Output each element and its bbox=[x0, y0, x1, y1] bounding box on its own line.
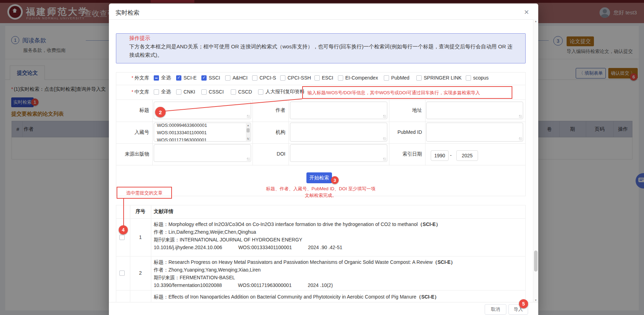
dialog-scrollbar[interactable]: ▲ ▼ bbox=[533, 19, 538, 302]
checkbox-icon bbox=[338, 75, 343, 81]
pubmed-textarea[interactable] bbox=[426, 123, 523, 142]
checkbox-icon bbox=[314, 75, 320, 81]
checkbox-checked-icon bbox=[201, 75, 207, 81]
cancel-button[interactable]: 取消 bbox=[485, 304, 506, 315]
form-hint-line2: 文献检索完成。 bbox=[116, 192, 526, 199]
date-to-input[interactable]: 2025 bbox=[456, 150, 478, 161]
checkbox-renda[interactable]: 人大报刊复印资料 bbox=[258, 89, 305, 95]
dialog-title: 实时检索 bbox=[116, 9, 139, 17]
checkbox-pubmed[interactable]: PubMed bbox=[384, 75, 409, 81]
result-row2-checkbox[interactable] bbox=[119, 271, 125, 276]
annotation-select-tip: 选中需提交的文章 bbox=[117, 187, 172, 199]
doi-label: DOI bbox=[252, 151, 285, 157]
tips-line2: 接成检索式)。 bbox=[129, 52, 162, 59]
dialog-footer-divider bbox=[109, 302, 538, 302]
scrollbar-thumb[interactable] bbox=[247, 128, 250, 132]
result-row1-checkbox[interactable] bbox=[119, 235, 125, 240]
result-row1-seq: 1 bbox=[130, 234, 151, 240]
title-label: 标题 bbox=[116, 107, 149, 114]
screen: 福建师范大学 FUJIAN NORMAL UNIVERSITY 查收查引 您好 … bbox=[0, 0, 644, 315]
checkbox-cssci[interactable]: CSSCI bbox=[201, 89, 224, 95]
checkbox-icon bbox=[384, 75, 389, 81]
results-table: 序号 文献详情 1 标题：Morphology effect of In2O3/… bbox=[116, 205, 526, 302]
tutorial-badge-3: 3 bbox=[331, 176, 339, 184]
chinese-db-label: *中文库 bbox=[116, 89, 149, 95]
checkbox-icon bbox=[201, 89, 207, 95]
checkbox-select-all-chinese[interactable]: 全选 bbox=[154, 89, 171, 95]
checkbox-sci-e[interactable]: SCI-E bbox=[176, 75, 196, 81]
date-separator: - bbox=[450, 152, 452, 158]
address-label: 地址 bbox=[389, 107, 422, 114]
accession-label: 入藏号 bbox=[116, 129, 149, 136]
author-label: 作者 bbox=[252, 107, 285, 114]
dialog-title-divider bbox=[109, 19, 538, 20]
doi-textarea[interactable] bbox=[290, 144, 387, 162]
textarea-scrollbar[interactable]: ▲ ▼ bbox=[246, 123, 250, 141]
source-label: 来源出版物 bbox=[116, 151, 149, 157]
checkbox-cpci-ssh[interactable]: CPCI-SSH bbox=[280, 75, 311, 81]
tutorial-badge-4: 4 bbox=[119, 225, 128, 234]
address-textarea[interactable] bbox=[426, 102, 523, 119]
foreign-db-label: *外文库 bbox=[116, 75, 149, 81]
tips-title: 操作提示 bbox=[129, 35, 150, 42]
results-col-seq: 序号 bbox=[130, 208, 151, 215]
realtime-search-dialog: 实时检索 ✕ 操作提示 下方各文本框之间是AND关系；框中可使用 OR 连接词的… bbox=[109, 4, 538, 315]
checkbox-cnki[interactable]: CNKI bbox=[176, 89, 195, 95]
accession-values: WOS:000994633600001 WOS:001333401100001 … bbox=[157, 123, 207, 142]
result-row2-detail: 标题：Research Progress on Heavy Metal Pass… bbox=[154, 258, 456, 289]
tutorial-badge-2: 2 bbox=[155, 107, 166, 117]
checkbox-icon bbox=[252, 75, 257, 81]
annotation-input-tip: 输入标题/WOS号/DOI等信息，其中WOS号或DOI可通过回车换行，实现多篇检… bbox=[302, 86, 512, 99]
checkbox-ssci[interactable]: SSCI bbox=[201, 75, 220, 81]
source-textarea[interactable] bbox=[154, 144, 251, 162]
checkbox-icon bbox=[154, 89, 159, 95]
checkbox-icon bbox=[416, 75, 422, 81]
index-date-label: 索引日期 bbox=[389, 151, 422, 157]
scroll-down-icon[interactable]: ▼ bbox=[533, 299, 538, 301]
checkbox-icon bbox=[258, 89, 263, 95]
start-search-button[interactable]: 开始检索 bbox=[306, 172, 332, 183]
form-hint-line1: 标题、作者、入藏号、PubMed ID、DOI 至少填写一项 bbox=[116, 186, 526, 192]
close-icon[interactable]: ✕ bbox=[524, 8, 529, 16]
checkbox-icon bbox=[231, 89, 236, 95]
checkbox-icon bbox=[466, 75, 471, 81]
checkbox-esci[interactable]: ESCI bbox=[314, 75, 333, 81]
pubmed-label: PubMed ID bbox=[389, 129, 422, 135]
scroll-up-icon[interactable]: ▲ bbox=[246, 123, 250, 127]
checkbox-cpci-s[interactable]: CPCI-S bbox=[252, 75, 276, 81]
result-row1-detail: 标题：Morphology effect of In2O3/Co3O4 on C… bbox=[154, 220, 441, 251]
tutorial-badge-5: 5 bbox=[519, 299, 528, 308]
result-row2-seq: 2 bbox=[130, 270, 151, 276]
scroll-down-icon[interactable]: ▼ bbox=[246, 137, 250, 141]
checkbox-select-all-foreign[interactable]: 全选 bbox=[154, 75, 171, 81]
checkbox-ei-compendex[interactable]: EI-Compendex bbox=[338, 75, 378, 81]
checkbox-checked-icon bbox=[176, 75, 181, 81]
checkbox-cscd[interactable]: CSCD bbox=[231, 89, 252, 95]
tips-line1: 下方各文本框之间是AND关系；框中可使用 OR 连接词的检索式（wos库支持），… bbox=[129, 43, 513, 50]
org-label: 机构 bbox=[252, 129, 285, 136]
org-textarea[interactable] bbox=[290, 123, 387, 142]
title-textarea[interactable] bbox=[154, 102, 251, 119]
date-from-input[interactable]: 1990 bbox=[431, 150, 449, 161]
checkbox-indeterminate-icon bbox=[154, 75, 159, 81]
checkbox-scopus[interactable]: scopus bbox=[466, 75, 489, 81]
checkbox-ahci[interactable]: A&HCI bbox=[225, 75, 248, 81]
accession-textarea[interactable]: WOS:000994633600001 WOS:001333401100001 … bbox=[154, 123, 251, 142]
checkbox-icon bbox=[176, 89, 181, 95]
checkbox-icon bbox=[280, 75, 285, 81]
checkbox-springer-link[interactable]: SPRINGER LINK bbox=[416, 75, 462, 81]
author-textarea[interactable] bbox=[290, 102, 387, 119]
results-col-detail: 文献详情 bbox=[154, 208, 173, 215]
scroll-up-icon[interactable]: ▲ bbox=[533, 20, 538, 22]
result-row3-detail: 标题：Effects of Iron Nanoparticles Additio… bbox=[154, 293, 439, 301]
checkbox-icon bbox=[225, 75, 230, 81]
dialog-scrollbar-thumb[interactable] bbox=[534, 251, 538, 272]
